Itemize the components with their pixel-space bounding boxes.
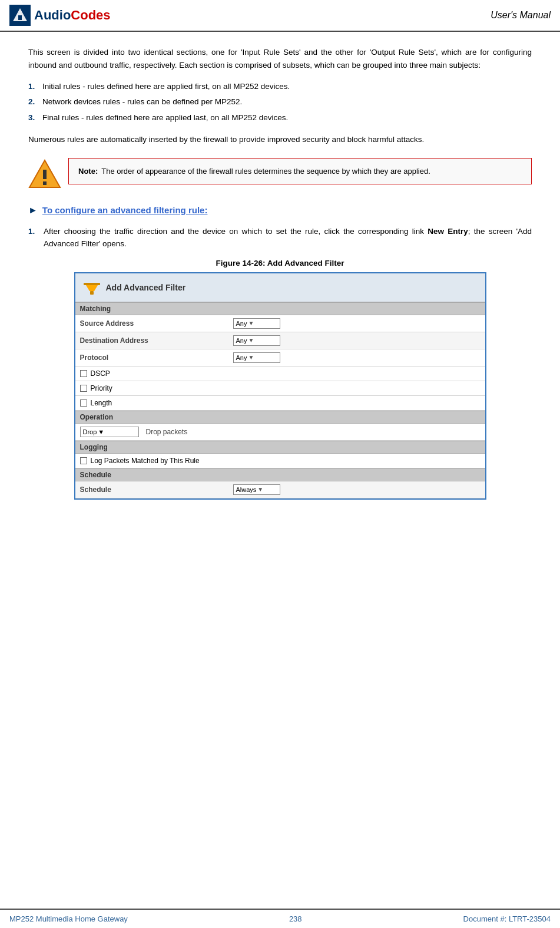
- ui-label-destination: Destination Address: [80, 336, 233, 345]
- svg-rect-5: [43, 181, 47, 185]
- svg-rect-6: [84, 283, 100, 285]
- list-item-2: 2. Network devices rules - rules can be …: [28, 96, 532, 108]
- ui-section-schedule: Schedule: [75, 468, 485, 481]
- header-title: User's Manual: [491, 10, 551, 21]
- source-select[interactable]: Any ▼: [233, 318, 280, 329]
- ui-label-schedule: Schedule: [80, 486, 233, 494]
- warning-icon: [28, 158, 61, 191]
- ui-titlebar: Add Advanced Filter: [75, 273, 485, 302]
- ui-section-matching: Matching: [75, 302, 485, 315]
- operation-dropdown-arrow: ▼: [98, 428, 104, 435]
- arrow-bullet: ►: [28, 205, 38, 216]
- note-text: The order of appearance of the firewall …: [101, 167, 430, 176]
- priority-checkbox[interactable]: [80, 385, 87, 392]
- main-content: This screen is divided into two identica…: [0, 32, 560, 526]
- intro-paragraph2: Numerous rules are automatically inserte…: [28, 133, 532, 146]
- intro-paragraph1: This screen is divided into two identica…: [28, 46, 532, 71]
- logo-icon: [9, 5, 31, 26]
- svg-rect-4: [43, 170, 47, 179]
- schedule-dropdown-arrow: ▼: [257, 486, 263, 493]
- logging-checkbox[interactable]: [80, 457, 87, 464]
- svg-rect-2: [18, 15, 22, 20]
- ui-row-source: Source Address Any ▼: [75, 315, 485, 332]
- ui-frame: Add Advanced Filter Matching Source Addr…: [74, 272, 486, 500]
- ui-row-dscp: DSCP: [75, 366, 485, 381]
- list-item-1: 1. Initial rules - rules defined here ar…: [28, 81, 532, 93]
- ui-row-protocol: Protocol Any ▼: [75, 349, 485, 366]
- filter-icon: [82, 278, 101, 297]
- ui-label-source: Source Address: [80, 319, 233, 328]
- protocol-dropdown-arrow: ▼: [248, 354, 254, 361]
- footer-center: 238: [289, 914, 302, 923]
- figure-title: Figure 14-26: Add Advanced Filter: [28, 259, 532, 267]
- step-1-text: After choosing the traffic direction and…: [44, 225, 532, 250]
- ui-row-logging: Log Packets Matched by This Rule: [75, 454, 485, 468]
- ui-row-schedule: Schedule Always ▼: [75, 481, 485, 498]
- source-dropdown-arrow: ▼: [248, 320, 254, 326]
- ui-section-operation: Operation: [75, 411, 485, 424]
- note-box: Note:The order of appearance of the fire…: [68, 158, 532, 185]
- length-label: Length: [91, 399, 112, 407]
- operation-select[interactable]: Drop ▼: [80, 427, 139, 437]
- dscp-label: DSCP: [91, 369, 110, 378]
- ui-label-protocol: Protocol: [80, 354, 233, 362]
- ui-row-operation: Drop ▼ Drop packets: [75, 424, 485, 441]
- svg-marker-7: [86, 285, 98, 291]
- ui-row-destination: Destination Address Any ▼: [75, 332, 485, 349]
- ui-titlebar-text: Add Advanced Filter: [106, 283, 186, 292]
- page-footer: MP252 Multimedia Home Gateway 238 Docume…: [0, 909, 560, 928]
- footer-right: Document #: LTRT-23504: [463, 914, 551, 923]
- svg-rect-8: [90, 291, 94, 295]
- logo-text: AudioCodes: [34, 8, 111, 23]
- destination-dropdown-arrow: ▼: [248, 337, 254, 344]
- list-item-3: 3. Final rules - rules defined here are …: [28, 112, 532, 124]
- length-checkbox[interactable]: [80, 399, 87, 407]
- intro-list: 1. Initial rules - rules defined here ar…: [28, 81, 532, 124]
- page-header: AudioCodes User's Manual: [0, 0, 560, 32]
- protocol-select[interactable]: Any ▼: [233, 352, 280, 363]
- footer-left: MP252 Multimedia Home Gateway: [9, 914, 128, 923]
- priority-label: Priority: [91, 384, 112, 392]
- figure-container: Figure 14-26: Add Advanced Filter Add Ad…: [28, 259, 532, 500]
- schedule-select[interactable]: Always ▼: [233, 484, 280, 495]
- step-1: 1. After choosing the traffic direction …: [28, 225, 532, 250]
- section-title: To configure an advanced filtering rule:: [42, 205, 208, 215]
- note-label: Note:: [78, 167, 98, 176]
- dscp-checkbox[interactable]: [80, 370, 87, 377]
- section-heading: ► To configure an advanced filtering rul…: [28, 205, 532, 216]
- ui-row-length: Length: [75, 396, 485, 411]
- logo: AudioCodes: [9, 5, 111, 26]
- ui-row-priority: Priority: [75, 381, 485, 396]
- operation-description: Drop packets: [146, 428, 188, 436]
- destination-select[interactable]: Any ▼: [233, 335, 280, 346]
- note-container: Note:The order of appearance of the fire…: [28, 158, 532, 191]
- ui-section-logging: Logging: [75, 441, 485, 454]
- logging-label: Log Packets Matched by This Rule: [91, 457, 200, 465]
